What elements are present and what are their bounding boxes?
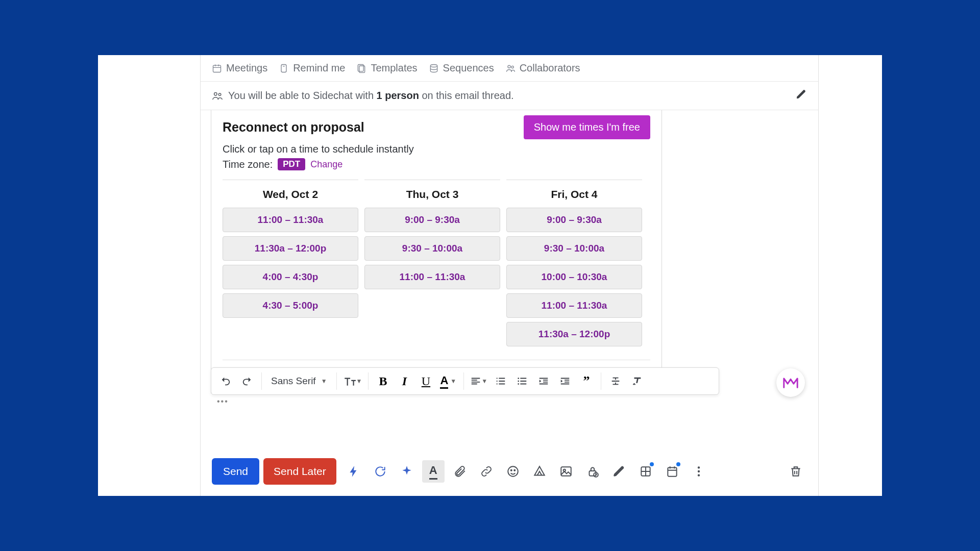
time-slot[interactable]: 9:30 – 10:00a	[364, 236, 500, 261]
collaborators-button[interactable]: Collaborators	[505, 62, 580, 74]
bold-button[interactable]: B	[373, 374, 393, 388]
svg-rect-1	[281, 64, 286, 72]
text-format-icon: A	[429, 464, 437, 480]
chevron-down-icon: ▼	[321, 378, 327, 385]
remove-formatting-button[interactable]	[627, 371, 647, 391]
time-slot[interactable]: 11:00 – 11:30a	[364, 265, 500, 289]
sequences-label: Sequences	[443, 62, 494, 74]
more-vertical-icon	[692, 465, 705, 478]
redo-button[interactable]	[237, 371, 257, 391]
timezone-row: Time zone: PDT Change	[223, 158, 650, 170]
chevron-down-icon: ▼	[450, 378, 456, 385]
sequences-icon	[429, 63, 439, 73]
trash-icon	[789, 465, 802, 478]
timezone-change-link[interactable]: Change	[310, 159, 342, 170]
lightning-button[interactable]	[342, 460, 365, 483]
text-color-dropdown[interactable]: A ▼	[437, 374, 459, 389]
svg-rect-0	[213, 65, 221, 72]
remind-me-button[interactable]: Remind me	[279, 62, 345, 74]
chevron-down-icon: ▼	[481, 378, 487, 385]
numbered-list-button[interactable]	[491, 371, 511, 391]
time-slot[interactable]: 11:00 – 11:30a	[506, 293, 642, 318]
days-row: Wed, Oct 2 11:00 – 11:30a 11:30a – 12:00…	[223, 180, 650, 350]
mixmax-badge-button[interactable]	[776, 368, 805, 397]
svg-point-5	[508, 65, 510, 68]
lock-clock-icon	[586, 465, 599, 478]
signature-button[interactable]	[608, 460, 630, 483]
day-column: Thu, Oct 3 9:00 – 9:30a 9:30 – 10:00a 11…	[364, 180, 500, 350]
svg-point-11	[518, 383, 519, 385]
discard-button[interactable]	[785, 460, 807, 483]
templates-icon	[356, 63, 366, 73]
drive-button[interactable]	[528, 460, 551, 483]
svg-point-14	[514, 470, 515, 471]
layout-button[interactable]	[634, 460, 657, 483]
sequences-button[interactable]: Sequences	[429, 62, 494, 74]
time-slot[interactable]: 4:30 – 5:00p	[223, 293, 358, 318]
undo-button[interactable]	[215, 371, 236, 391]
link-button[interactable]	[475, 460, 498, 483]
bottom-action-bar: Send Send Later A	[201, 451, 818, 496]
more-options-button[interactable]	[688, 460, 710, 483]
templates-label: Templates	[371, 62, 417, 74]
attach-button[interactable]	[449, 460, 471, 483]
emoji-button[interactable]	[502, 460, 524, 483]
meetings-label: Meetings	[226, 62, 267, 74]
time-slot[interactable]: 9:30 – 10:00a	[506, 236, 642, 261]
svg-point-9	[518, 378, 519, 379]
templates-button[interactable]: Templates	[356, 62, 417, 74]
schedule-button[interactable]	[661, 460, 683, 483]
outdent-icon	[538, 375, 549, 387]
send-later-button[interactable]: Send Later	[263, 458, 336, 485]
timezone-label: Time zone:	[223, 159, 273, 170]
underline-button[interactable]: U	[415, 374, 436, 388]
confidential-button[interactable]	[581, 460, 604, 483]
text-format-toggle[interactable]: A	[422, 460, 445, 483]
time-slot[interactable]: 9:00 – 9:30a	[506, 208, 642, 232]
font-family-dropdown[interactable]: Sans Serif ▼	[266, 375, 332, 387]
time-slot[interactable]: 11:00 – 11:30a	[223, 208, 358, 232]
undo-icon	[220, 375, 231, 387]
image-button[interactable]	[555, 460, 577, 483]
compose-window: Meetings Remind me Templates Sequences C…	[200, 55, 819, 496]
people-icon	[212, 90, 223, 102]
enhance-button[interactable]	[396, 460, 418, 483]
image-icon	[559, 465, 573, 478]
svg-point-7	[214, 92, 217, 95]
blockquote-button[interactable]: ”	[576, 374, 597, 388]
font-size-dropdown[interactable]: ▼	[341, 374, 364, 388]
lightning-icon	[347, 465, 360, 478]
day-heading: Thu, Oct 3	[364, 180, 500, 208]
pencil-icon	[796, 89, 807, 100]
chevron-down-icon: ▼	[356, 378, 362, 385]
edit-sidechat-button[interactable]	[796, 89, 807, 103]
strikethrough-button[interactable]	[605, 371, 626, 391]
mixmax-top-toolbar: Meetings Remind me Templates Sequences C…	[201, 55, 818, 82]
app-window: Meetings Remind me Templates Sequences C…	[98, 55, 882, 496]
outdent-button[interactable]	[533, 371, 554, 391]
align-dropdown[interactable]: ▼	[468, 375, 489, 387]
svg-point-10	[518, 381, 519, 382]
paperclip-icon	[453, 465, 467, 478]
scheduler-title: Reconnect on proposal	[223, 120, 364, 135]
day-column: Fri, Oct 4 9:00 – 9:30a 9:30 – 10:00a 10…	[506, 180, 642, 350]
time-slot[interactable]: 11:30a – 12:00p	[506, 322, 642, 346]
bulleted-list-button[interactable]	[512, 371, 532, 391]
italic-button[interactable]: I	[394, 374, 414, 388]
remove-format-icon	[631, 375, 643, 387]
time-slot[interactable]: 11:30a – 12:00p	[223, 236, 358, 261]
time-slot[interactable]: 4:00 – 4:30p	[223, 265, 358, 289]
day-heading: Wed, Oct 2	[223, 180, 358, 208]
show-times-button[interactable]: Show me times I'm free	[524, 115, 650, 139]
send-button[interactable]: Send	[212, 458, 259, 485]
redo-icon	[241, 375, 253, 387]
collapsed-content-indicator[interactable]: •••	[217, 397, 229, 406]
numbered-list-icon	[495, 375, 506, 387]
time-slot[interactable]: 9:00 – 9:30a	[364, 208, 500, 232]
svg-point-13	[510, 470, 511, 471]
indent-icon	[559, 375, 571, 387]
time-slot[interactable]: 10:00 – 10:30a	[506, 265, 642, 289]
meetings-button[interactable]: Meetings	[212, 62, 267, 74]
sync-button[interactable]	[369, 460, 391, 483]
indent-button[interactable]	[555, 371, 575, 391]
